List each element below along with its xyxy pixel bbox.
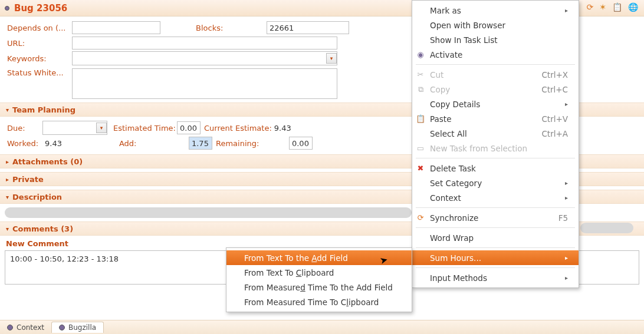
submenu-arrow-icon: ▸ — [547, 101, 568, 107]
status-whiteboard-input[interactable] — [72, 68, 337, 99]
bug-status-icon — [5, 6, 9, 11]
menu-word-wrap[interactable]: Word Wrap — [412, 230, 579, 245]
menu-separator — [416, 64, 575, 65]
toolbar-icons: ⟳ ✶ 📋 🌐 — [587, 2, 638, 12]
menu-select-all[interactable]: Select All Ctrl+A — [412, 126, 579, 141]
due-date-combo[interactable]: ▾ — [42, 121, 107, 135]
menu-input-methods[interactable]: Input Methods ▸ — [412, 270, 579, 285]
menu-separator — [416, 158, 575, 158]
menu-separator — [416, 207, 575, 208]
submenu-arrow-icon: ▸ — [547, 7, 568, 14]
description-text-blurred — [5, 207, 412, 218]
bugzilla-tab-icon — [59, 325, 65, 330]
collapse-icon: ▾ — [6, 107, 9, 113]
keywords-combo[interactable]: ▾ — [72, 51, 337, 65]
menu-from-measured-to-clipboard[interactable]: From Measured Time To Clipboard — [226, 295, 412, 309]
new-comment-text: 10:00 - 10:50, 12:23 - 13:18 — [10, 254, 119, 263]
menu-show-in-task-list[interactable]: Show In Task List — [412, 32, 579, 47]
menu-open-with-browser[interactable]: Open with Browser — [412, 18, 579, 32]
tab-bugzilla[interactable]: Bugzilla — [51, 322, 104, 333]
tab-bugzilla-label: Bugzilla — [68, 323, 96, 332]
submenu-arrow-icon: ▸ — [547, 275, 568, 281]
menu-delete-task[interactable]: ✖ Delete Task — [412, 161, 579, 176]
menu-from-text-to-clipboard[interactable]: From Text To Clipboard — [226, 265, 412, 280]
bottom-tabs: Context Bugzilla — [0, 320, 644, 334]
page-title: Bug 23056 — [14, 3, 67, 14]
chevron-down-icon[interactable]: ▾ — [326, 53, 337, 64]
expand-icon: ▸ — [6, 176, 9, 183]
context-tab-icon — [7, 325, 13, 330]
activate-icon: ◉ — [416, 50, 425, 59]
menu-synchronize[interactable]: ⟳ Synchronize F5 — [412, 210, 579, 225]
keywords-label: Keywords: — [7, 54, 72, 63]
tab-context-label: Context — [17, 323, 44, 332]
tab-context[interactable]: Context — [0, 322, 51, 333]
menu-paste[interactable]: 📋 Paste Ctrl+V — [412, 111, 579, 126]
menu-copy[interactable]: ⧉ Copy Ctrl+C — [412, 82, 579, 97]
menu-from-measured-to-add-field[interactable]: From Measured Time To the Add Field — [226, 280, 412, 295]
menu-cut[interactable]: ✂ Cut Ctrl+X — [412, 67, 579, 82]
estimated-time-input[interactable] — [177, 121, 201, 134]
status-white-label: Status White... — [7, 68, 72, 77]
remaining-input[interactable] — [289, 137, 313, 150]
clipboard-icon[interactable]: 📋 — [612, 2, 622, 12]
chevron-down-icon[interactable]: ▾ — [96, 123, 107, 133]
menu-copy-details[interactable]: Copy Details ▸ — [412, 97, 579, 111]
expand-icon: ▸ — [6, 158, 9, 165]
section-comments-label: Comments (3) — [12, 224, 73, 233]
sum-hours-submenu: From Text To the Add Field From Text To … — [226, 247, 412, 312]
menu-from-text-to-add-field[interactable]: From Text To the Add Field — [226, 250, 412, 265]
submenu-arrow-icon: ▸ — [547, 194, 568, 201]
context-menu: Mark as ▸ Open with Browser Show In Task… — [412, 0, 579, 288]
sync-icon: ⟳ — [416, 213, 425, 222]
url-label: URL: — [7, 39, 72, 48]
depends-on-input[interactable] — [72, 21, 160, 34]
menu-set-category[interactable]: Set Category ▸ — [412, 176, 579, 190]
remaining-label: Remaining: — [216, 139, 289, 148]
section-private-label: Private — [12, 175, 44, 184]
estimated-time-label: Estimated Time: — [113, 124, 176, 133]
section-attachments-label: Attachments (0) — [12, 157, 83, 166]
collapse-icon: ▾ — [6, 226, 9, 232]
menu-context[interactable]: Context ▸ — [412, 190, 579, 205]
collapse-icon: ▾ — [6, 194, 9, 200]
menu-mark-as[interactable]: Mark as ▸ — [412, 3, 579, 18]
sync-icon[interactable]: ⟳ — [587, 2, 594, 12]
menu-separator — [416, 267, 575, 268]
section-team-planning-label: Team Planning — [12, 105, 75, 114]
due-label: Due: — [7, 124, 42, 133]
menu-separator — [416, 247, 575, 248]
current-estimate-value: 9.43 — [274, 124, 291, 133]
new-task-icon: ▭ — [416, 144, 425, 153]
add-label: Add: — [119, 139, 189, 148]
copy-icon: ⧉ — [416, 85, 425, 94]
paste-icon: 📋 — [416, 114, 425, 123]
delete-icon: ✖ — [416, 164, 425, 173]
menu-new-task-from-selection[interactable]: ▭ New Task from Selection — [412, 141, 579, 156]
add-hours-input[interactable] — [189, 137, 212, 150]
menu-activate[interactable]: ◉ Activate — [412, 47, 579, 62]
worked-value: 9.43 — [45, 139, 62, 148]
menu-sum-hours[interactable]: Sum Hours... ▸ — [412, 250, 579, 265]
blocks-input[interactable] — [267, 21, 349, 34]
current-estimate-label: Current Estimate: — [204, 124, 272, 133]
worked-label: Worked: — [7, 139, 42, 148]
star-icon[interactable]: ✶ — [599, 2, 606, 12]
url-input[interactable] — [72, 37, 337, 49]
menu-separator — [416, 227, 575, 228]
blurred-content — [580, 223, 633, 233]
section-description-label: Description — [12, 193, 62, 201]
blocks-label: Blocks: — [196, 24, 267, 32]
depends-on-label: Depends on (... — [7, 24, 72, 32]
globe-icon[interactable]: 🌐 — [628, 2, 638, 12]
submenu-arrow-icon: ▸ — [547, 254, 568, 261]
submenu-arrow-icon: ▸ — [547, 180, 568, 186]
cut-icon: ✂ — [416, 70, 425, 79]
